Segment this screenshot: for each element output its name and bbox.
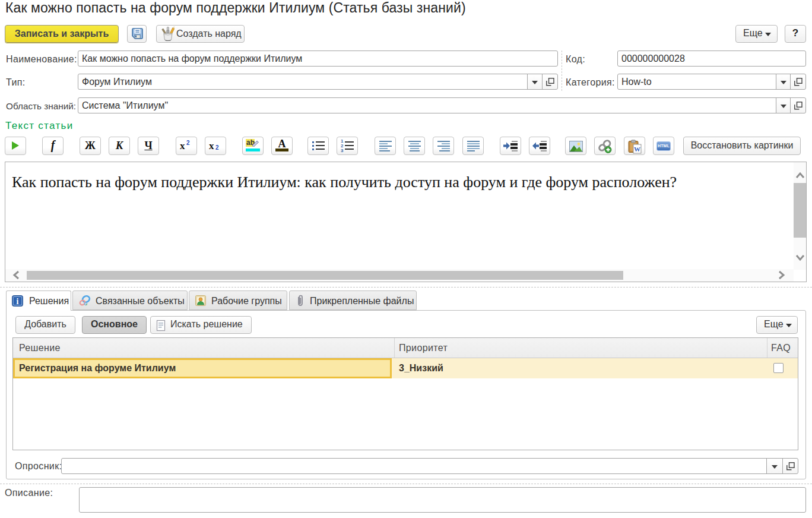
svg-text:W: W — [634, 146, 640, 153]
svg-text:i: i — [17, 297, 19, 306]
